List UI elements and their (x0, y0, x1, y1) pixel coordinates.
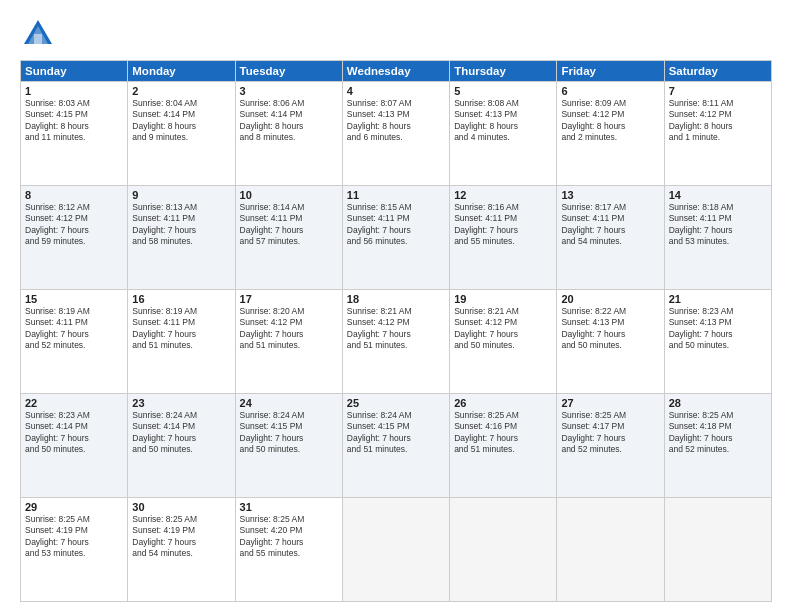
calendar-cell: 27Sunrise: 8:25 AM Sunset: 4:17 PM Dayli… (557, 394, 664, 498)
calendar-cell: 26Sunrise: 8:25 AM Sunset: 4:16 PM Dayli… (450, 394, 557, 498)
col-thursday: Thursday (450, 61, 557, 82)
calendar-week-row: 1Sunrise: 8:03 AM Sunset: 4:15 PM Daylig… (21, 82, 772, 186)
day-number: 28 (669, 397, 767, 409)
col-monday: Monday (128, 61, 235, 82)
calendar-cell: 9Sunrise: 8:13 AM Sunset: 4:11 PM Daylig… (128, 186, 235, 290)
day-number: 3 (240, 85, 338, 97)
day-number: 13 (561, 189, 659, 201)
calendar-cell: 22Sunrise: 8:23 AM Sunset: 4:14 PM Dayli… (21, 394, 128, 498)
calendar-week-row: 8Sunrise: 8:12 AM Sunset: 4:12 PM Daylig… (21, 186, 772, 290)
day-number: 30 (132, 501, 230, 513)
logo (20, 16, 60, 52)
calendar-cell: 24Sunrise: 8:24 AM Sunset: 4:15 PM Dayli… (235, 394, 342, 498)
calendar-table: Sunday Monday Tuesday Wednesday Thursday… (20, 60, 772, 602)
day-number: 12 (454, 189, 552, 201)
day-number: 6 (561, 85, 659, 97)
day-number: 29 (25, 501, 123, 513)
day-number: 22 (25, 397, 123, 409)
cell-info: Sunrise: 8:09 AM Sunset: 4:12 PM Dayligh… (561, 98, 659, 144)
day-number: 4 (347, 85, 445, 97)
day-number: 17 (240, 293, 338, 305)
calendar-cell: 2Sunrise: 8:04 AM Sunset: 4:14 PM Daylig… (128, 82, 235, 186)
cell-info: Sunrise: 8:18 AM Sunset: 4:11 PM Dayligh… (669, 202, 767, 248)
day-number: 9 (132, 189, 230, 201)
calendar-cell: 1Sunrise: 8:03 AM Sunset: 4:15 PM Daylig… (21, 82, 128, 186)
calendar-cell: 4Sunrise: 8:07 AM Sunset: 4:13 PM Daylig… (342, 82, 449, 186)
day-number: 25 (347, 397, 445, 409)
col-friday: Friday (557, 61, 664, 82)
calendar-cell: 19Sunrise: 8:21 AM Sunset: 4:12 PM Dayli… (450, 290, 557, 394)
cell-info: Sunrise: 8:19 AM Sunset: 4:11 PM Dayligh… (25, 306, 123, 352)
day-number: 20 (561, 293, 659, 305)
cell-info: Sunrise: 8:25 AM Sunset: 4:19 PM Dayligh… (132, 514, 230, 560)
calendar-cell: 12Sunrise: 8:16 AM Sunset: 4:11 PM Dayli… (450, 186, 557, 290)
col-sunday: Sunday (21, 61, 128, 82)
day-number: 19 (454, 293, 552, 305)
calendar-cell: 7Sunrise: 8:11 AM Sunset: 4:12 PM Daylig… (664, 82, 771, 186)
calendar-cell (450, 498, 557, 602)
calendar-cell: 10Sunrise: 8:14 AM Sunset: 4:11 PM Dayli… (235, 186, 342, 290)
day-number: 2 (132, 85, 230, 97)
cell-info: Sunrise: 8:07 AM Sunset: 4:13 PM Dayligh… (347, 98, 445, 144)
day-number: 5 (454, 85, 552, 97)
day-number: 1 (25, 85, 123, 97)
svg-rect-2 (34, 34, 42, 44)
day-number: 21 (669, 293, 767, 305)
day-number: 7 (669, 85, 767, 97)
cell-info: Sunrise: 8:06 AM Sunset: 4:14 PM Dayligh… (240, 98, 338, 144)
day-number: 18 (347, 293, 445, 305)
day-number: 11 (347, 189, 445, 201)
page: Sunday Monday Tuesday Wednesday Thursday… (0, 0, 792, 612)
calendar-cell (557, 498, 664, 602)
cell-info: Sunrise: 8:13 AM Sunset: 4:11 PM Dayligh… (132, 202, 230, 248)
calendar-cell: 3Sunrise: 8:06 AM Sunset: 4:14 PM Daylig… (235, 82, 342, 186)
calendar-cell: 14Sunrise: 8:18 AM Sunset: 4:11 PM Dayli… (664, 186, 771, 290)
cell-info: Sunrise: 8:23 AM Sunset: 4:14 PM Dayligh… (25, 410, 123, 456)
calendar-week-row: 29Sunrise: 8:25 AM Sunset: 4:19 PM Dayli… (21, 498, 772, 602)
day-number: 24 (240, 397, 338, 409)
day-number: 23 (132, 397, 230, 409)
cell-info: Sunrise: 8:12 AM Sunset: 4:12 PM Dayligh… (25, 202, 123, 248)
cell-info: Sunrise: 8:24 AM Sunset: 4:14 PM Dayligh… (132, 410, 230, 456)
day-number: 16 (132, 293, 230, 305)
col-saturday: Saturday (664, 61, 771, 82)
calendar-cell: 21Sunrise: 8:23 AM Sunset: 4:13 PM Dayli… (664, 290, 771, 394)
calendar-cell: 15Sunrise: 8:19 AM Sunset: 4:11 PM Dayli… (21, 290, 128, 394)
day-number: 15 (25, 293, 123, 305)
day-number: 31 (240, 501, 338, 513)
calendar-cell: 18Sunrise: 8:21 AM Sunset: 4:12 PM Dayli… (342, 290, 449, 394)
day-number: 8 (25, 189, 123, 201)
calendar-header-row: Sunday Monday Tuesday Wednesday Thursday… (21, 61, 772, 82)
cell-info: Sunrise: 8:03 AM Sunset: 4:15 PM Dayligh… (25, 98, 123, 144)
cell-info: Sunrise: 8:25 AM Sunset: 4:16 PM Dayligh… (454, 410, 552, 456)
calendar-cell: 30Sunrise: 8:25 AM Sunset: 4:19 PM Dayli… (128, 498, 235, 602)
calendar-cell: 6Sunrise: 8:09 AM Sunset: 4:12 PM Daylig… (557, 82, 664, 186)
calendar-cell: 5Sunrise: 8:08 AM Sunset: 4:13 PM Daylig… (450, 82, 557, 186)
cell-info: Sunrise: 8:19 AM Sunset: 4:11 PM Dayligh… (132, 306, 230, 352)
day-number: 14 (669, 189, 767, 201)
cell-info: Sunrise: 8:22 AM Sunset: 4:13 PM Dayligh… (561, 306, 659, 352)
cell-info: Sunrise: 8:08 AM Sunset: 4:13 PM Dayligh… (454, 98, 552, 144)
logo-icon (20, 16, 56, 52)
cell-info: Sunrise: 8:21 AM Sunset: 4:12 PM Dayligh… (454, 306, 552, 352)
calendar-cell: 16Sunrise: 8:19 AM Sunset: 4:11 PM Dayli… (128, 290, 235, 394)
day-number: 10 (240, 189, 338, 201)
cell-info: Sunrise: 8:17 AM Sunset: 4:11 PM Dayligh… (561, 202, 659, 248)
calendar-cell: 20Sunrise: 8:22 AM Sunset: 4:13 PM Dayli… (557, 290, 664, 394)
day-number: 27 (561, 397, 659, 409)
calendar-cell: 8Sunrise: 8:12 AM Sunset: 4:12 PM Daylig… (21, 186, 128, 290)
calendar-cell: 23Sunrise: 8:24 AM Sunset: 4:14 PM Dayli… (128, 394, 235, 498)
cell-info: Sunrise: 8:15 AM Sunset: 4:11 PM Dayligh… (347, 202, 445, 248)
calendar-cell: 13Sunrise: 8:17 AM Sunset: 4:11 PM Dayli… (557, 186, 664, 290)
cell-info: Sunrise: 8:16 AM Sunset: 4:11 PM Dayligh… (454, 202, 552, 248)
col-wednesday: Wednesday (342, 61, 449, 82)
calendar-cell: 29Sunrise: 8:25 AM Sunset: 4:19 PM Dayli… (21, 498, 128, 602)
cell-info: Sunrise: 8:04 AM Sunset: 4:14 PM Dayligh… (132, 98, 230, 144)
calendar-cell: 31Sunrise: 8:25 AM Sunset: 4:20 PM Dayli… (235, 498, 342, 602)
calendar-cell: 25Sunrise: 8:24 AM Sunset: 4:15 PM Dayli… (342, 394, 449, 498)
calendar-cell (664, 498, 771, 602)
calendar-cell: 28Sunrise: 8:25 AM Sunset: 4:18 PM Dayli… (664, 394, 771, 498)
calendar-week-row: 22Sunrise: 8:23 AM Sunset: 4:14 PM Dayli… (21, 394, 772, 498)
calendar-cell: 17Sunrise: 8:20 AM Sunset: 4:12 PM Dayli… (235, 290, 342, 394)
cell-info: Sunrise: 8:20 AM Sunset: 4:12 PM Dayligh… (240, 306, 338, 352)
